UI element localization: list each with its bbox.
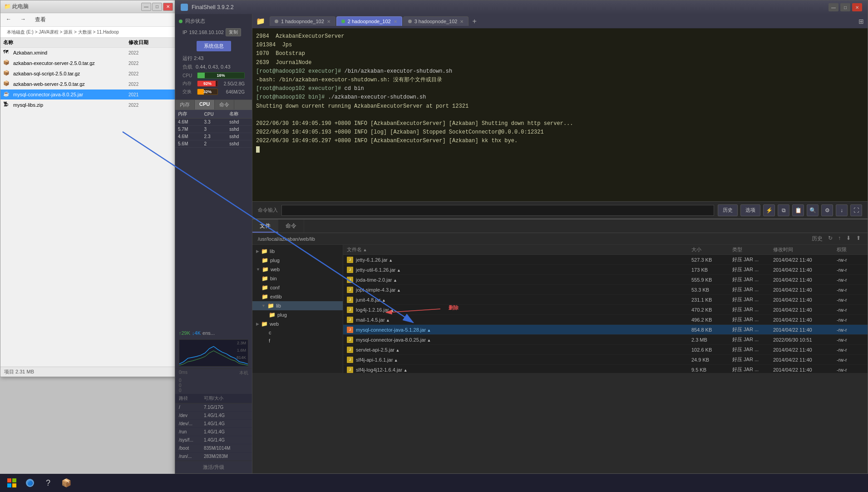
download-file-button[interactable]: ⬇: [845, 235, 852, 243]
file-row[interactable]: J mail-1.4.5.jar 496.2 KB 好压 JAR ... 201…: [343, 315, 868, 325]
start-button[interactable]: [4, 475, 20, 491]
jar-icon: J: [347, 297, 353, 303]
col-date[interactable]: 修改时间: [773, 246, 837, 253]
file-row-selected[interactable]: J mysql-connector-java-5.1.28.jar 854.8 …: [343, 325, 868, 335]
file-row[interactable]: Jjetty-6.1.26.jar527.3 KB好压 JAR ...2014/…: [343, 255, 868, 265]
close-button[interactable]: ✕: [852, 3, 862, 11]
tab-files[interactable]: 文件: [252, 219, 278, 233]
taskbar[interactable]: 🔵 ? 📦: [0, 474, 868, 492]
tree-item-web[interactable]: ▼ 📁 web: [252, 265, 343, 274]
up-dir-button[interactable]: ↑: [837, 235, 842, 243]
tree-item-web2[interactable]: ▶ 📁 web: [252, 319, 343, 328]
copy-icon[interactable]: ⧉: [778, 204, 789, 216]
history-path-button[interactable]: 历史: [810, 235, 824, 243]
copy-ip-button[interactable]: 复制: [226, 28, 241, 36]
fullscreen-icon[interactable]: ⛶: [850, 204, 862, 216]
tree-item-lib-selected[interactable]: ▼ 📁 lib: [252, 301, 343, 310]
process-row[interactable]: 4.6M3.3sshd: [175, 119, 252, 126]
maximize-button[interactable]: □: [840, 3, 850, 11]
tab-cpu[interactable]: CPU: [195, 100, 215, 109]
taskbar-icon-3[interactable]: ?: [40, 475, 56, 491]
tree-item-plug2[interactable]: 📁 plug: [252, 310, 343, 319]
tree-item-plug[interactable]: 📁 plug: [252, 256, 343, 265]
disk-row[interactable]: /sys/f...1.4G/1.4G: [175, 436, 252, 444]
minimize-button[interactable]: —: [829, 3, 838, 11]
process-row[interactable]: 4.6M2.3sshd: [175, 133, 252, 140]
file-row[interactable]: 🗺 Azkaban.xmind 2022: [0, 48, 177, 58]
search-icon[interactable]: 🔍: [807, 204, 819, 216]
history-button[interactable]: 历史: [718, 204, 738, 216]
file-row[interactable]: J log4j-1.2.16.jar 470.2 KB 好压 JAR ... 2…: [343, 305, 868, 315]
process-row[interactable]: 5.7M3sshd: [175, 126, 252, 133]
file-row[interactable]: Jjoda-time-2.0.jar555.9 KB好压 JAR ...2014…: [343, 275, 868, 285]
tab-close-2[interactable]: ✕: [394, 19, 397, 24]
toolbar-arrow-fwd[interactable]: →: [19, 15, 28, 25]
col-type[interactable]: 类型: [732, 246, 773, 253]
taskbar-icon-2[interactable]: 🔵: [22, 475, 38, 491]
col-filename[interactable]: 文件名: [347, 246, 691, 253]
col-perm[interactable]: 权限: [837, 246, 864, 253]
options-button[interactable]: 选项: [740, 204, 760, 216]
session-tab-2[interactable]: 2 hadoopnode_102 ✕: [336, 16, 402, 26]
taskbar-icon-4[interactable]: 📦: [58, 475, 74, 491]
tree-arrow: ▼: [256, 267, 260, 272]
file-row[interactable]: Jjopt-simple-4.3.jar53.3 KB好压 JAR ...201…: [343, 285, 868, 295]
tab-dot-3: [408, 20, 412, 23]
tree-item-bin[interactable]: 📁 bin: [252, 274, 343, 283]
disk-row[interactable]: /run1.4G/1.4G: [175, 428, 252, 436]
system-info-button[interactable]: 系统信息: [197, 41, 231, 51]
tree-item-c[interactable]: c: [252, 328, 343, 337]
terminal-line: 2022/06/30 10:49:05.193 +0800 INFO [log]…: [256, 128, 864, 137]
file-row[interactable]: 📦 azkaban-sql-script-2.5.0.tar.gz 2022: [0, 69, 177, 79]
command-input[interactable]: [281, 205, 714, 216]
disk-row[interactable]: /boot835M/1014M: [175, 444, 252, 452]
file-row[interactable]: Jjetty-util-6.1.26.jar173 KB好压 JAR ...20…: [343, 265, 868, 275]
file-row[interactable]: 📦 azkaban-web-server-2.5.0.tar.gz 2022: [0, 79, 177, 89]
paste-icon[interactable]: 📋: [792, 204, 804, 216]
upload-file-button[interactable]: ⬆: [855, 235, 862, 243]
disk-row[interactable]: /dev/...1.4G/1.4G: [175, 420, 252, 428]
file-row[interactable]: Jservlet-api-2.5.jar102.6 KB好压 JAR ...20…: [343, 345, 868, 355]
file-row[interactable]: ☕ mysql-connector-java-8.0.25.jar 2021: [0, 89, 177, 100]
tree-item-lib[interactable]: ▶ 📁 lib: [252, 247, 343, 256]
file-row[interactable]: J mysql-connector-java-8.0.25.jar 2.3 MB…: [343, 335, 868, 345]
tab-commands[interactable]: 命令: [278, 219, 304, 233]
refresh-button[interactable]: ↻: [827, 235, 834, 243]
tree-item-f[interactable]: f: [252, 337, 343, 345]
tab-close-1[interactable]: ✕: [327, 19, 330, 24]
terminal-line: [256, 111, 864, 119]
tree-item-conf[interactable]: 📁 conf: [252, 283, 343, 292]
minimize-btn[interactable]: —: [141, 3, 151, 11]
session-tab-1[interactable]: 1 hadoopnode_102 ✕: [270, 16, 335, 26]
add-session-button[interactable]: +: [469, 17, 479, 25]
close-btn[interactable]: ✕: [163, 3, 173, 11]
tab-command[interactable]: 命令: [215, 100, 234, 109]
download-icon[interactable]: ↓: [836, 204, 848, 216]
address-input[interactable]: [4, 29, 173, 35]
disk-row[interactable]: /run/...283M/283M: [175, 452, 252, 461]
address-bar[interactable]: [0, 27, 177, 38]
tree-item-extlib[interactable]: 📁 extlib: [252, 292, 343, 301]
file-list-header: 名称 修改日期: [0, 38, 177, 48]
toolbar-arrow-back[interactable]: ←: [4, 15, 13, 25]
bolt-icon[interactable]: ⚡: [763, 204, 775, 216]
maximize-btn[interactable]: □: [152, 3, 162, 11]
file-row[interactable]: Jslf4j-log4j12-1.6.4.jar9.5 KB好压 JAR ...…: [343, 365, 868, 373]
session-tab-3[interactable]: 3 hadoopnode_102 ✕: [403, 16, 469, 26]
tab-close-3[interactable]: ✕: [460, 19, 464, 24]
file-row[interactable]: Jjunit-4.8.jar231.1 KB好压 JAR ...2014/04/…: [343, 295, 868, 305]
upgrade-button[interactable]: 激活/升级: [175, 461, 252, 473]
grid-view-icon[interactable]: ⊞: [858, 18, 864, 25]
file-row[interactable]: Jslf4j-api-1.6.1.jar24.9 KB好压 JAR ...201…: [343, 355, 868, 365]
file-row[interactable]: 📦 azkaban-executor-server-2.5.0.tar.gz 2…: [0, 58, 177, 69]
file-row[interactable]: 🗜 mysql-libs.zip 2022: [0, 100, 177, 110]
tab-memory[interactable]: 内存: [175, 100, 195, 109]
settings-icon[interactable]: ⚙: [821, 204, 833, 216]
process-row[interactable]: 5.6M2sshd: [175, 140, 252, 148]
jar-icon: J: [347, 347, 353, 353]
disk-row[interactable]: /dev1.4G/1.4G: [175, 412, 252, 420]
disk-row[interactable]: /7.1G/17G: [175, 403, 252, 412]
col-size[interactable]: 大小: [691, 246, 732, 253]
disk-list: /7.1G/17G /dev1.4G/1.4G /dev/...1.4G/1.4…: [175, 403, 252, 461]
toolbar-view[interactable]: 查看: [33, 15, 48, 25]
